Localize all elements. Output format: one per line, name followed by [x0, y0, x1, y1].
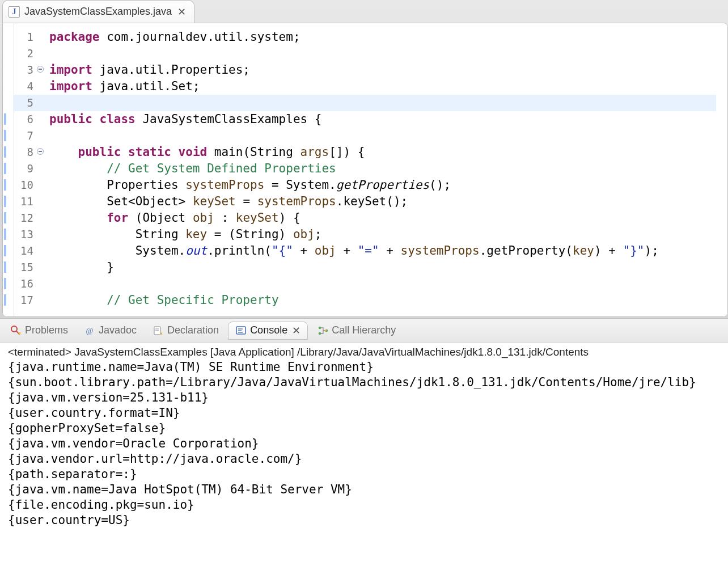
tab-javadoc[interactable]: @ Javadoc: [77, 322, 143, 339]
code-line[interactable]: 6public class JavaSystemClassExamples {: [13, 111, 716, 128]
editor-pane: J JavaSystemClassExamples.java ✕ 1packag…: [0, 0, 728, 319]
code-line[interactable]: 1package com.journaldev.util.system;: [13, 29, 716, 45]
javadoc-icon: @: [84, 325, 95, 336]
views-tab-bar: Problems @ Javadoc Declaration: [0, 319, 728, 343]
code-line[interactable]: 5: [13, 95, 716, 111]
fold-toggle-icon[interactable]: [37, 148, 44, 155]
selection-marker: [4, 245, 6, 256]
line-number: 14: [13, 243, 36, 259]
tab-label: Console: [250, 324, 287, 336]
tab-problems[interactable]: Problems: [3, 322, 75, 339]
code-text[interactable]: // Get System Defined Properties: [36, 160, 336, 177]
line-number: 13: [13, 226, 36, 243]
code-text[interactable]: // Get Specific Property: [36, 292, 279, 309]
declaration-icon: [153, 325, 164, 336]
code-line[interactable]: 4import java.util.Set;: [13, 78, 716, 95]
code-line[interactable]: 2: [13, 45, 716, 62]
svg-point-0: [11, 326, 17, 332]
code-area[interactable]: 1package com.journaldev.util.system;23im…: [13, 29, 716, 316]
code-text[interactable]: }: [36, 259, 114, 276]
line-number: 4: [13, 78, 36, 95]
tab-call-hierarchy[interactable]: Call Hierarchy: [310, 322, 403, 339]
selection-marker: [4, 113, 6, 125]
line-number: 7: [13, 128, 36, 144]
code-text[interactable]: import java.util.Set;: [36, 78, 200, 95]
fold-toggle-icon[interactable]: [37, 66, 44, 73]
code-text[interactable]: [36, 128, 49, 144]
code-text[interactable]: public class JavaSystemClassExamples {: [36, 111, 321, 128]
code-text[interactable]: [36, 276, 49, 292]
code-text[interactable]: [36, 95, 49, 111]
console-status-line: <terminated> JavaSystemClassExamples [Ja…: [0, 343, 728, 360]
code-line[interactable]: 14 System.out.println("{" + obj + "=" + …: [13, 243, 716, 259]
code-line[interactable]: 8 public static void main(String args[])…: [13, 144, 716, 160]
editor-body[interactable]: 1package com.journaldev.util.system;23im…: [2, 23, 728, 317]
editor-gutter-right: [716, 23, 727, 316]
selection-marker: [4, 212, 6, 223]
svg-point-11: [319, 326, 321, 328]
call-hierarchy-icon: [317, 325, 328, 336]
line-number: 11: [13, 193, 36, 210]
code-line[interactable]: 11 Set<Object> keySet = systemProps.keyS…: [13, 193, 716, 210]
line-number: 1: [13, 29, 36, 45]
console-icon: [235, 325, 247, 336]
selection-marker: [4, 130, 6, 141]
tab-label: Problems: [25, 324, 68, 336]
selection-marker: [4, 294, 6, 306]
selection-marker: [4, 229, 6, 240]
line-number: 12: [13, 210, 36, 226]
selection-marker: [4, 196, 6, 207]
tab-declaration[interactable]: Declaration: [146, 322, 226, 339]
close-icon[interactable]: ✕: [177, 6, 186, 18]
code-text[interactable]: import java.util.Properties;: [36, 62, 250, 78]
code-line[interactable]: 3import java.util.Properties;: [13, 62, 716, 78]
close-icon[interactable]: ✕: [292, 324, 300, 337]
line-number: 2: [13, 45, 36, 62]
line-number: 10: [13, 177, 36, 193]
selection-marker: [4, 261, 6, 273]
editor-tab-filename: JavaSystemClassExamples.java: [24, 6, 172, 18]
code-line[interactable]: 17 // Get Specific Property: [13, 292, 716, 309]
code-line[interactable]: 13 String key = (String) obj;: [13, 226, 716, 243]
line-number: 8: [13, 144, 36, 160]
line-number: 5: [13, 95, 36, 111]
selection-marker: [4, 179, 6, 191]
code-text[interactable]: [36, 45, 49, 62]
line-number: 9: [13, 160, 36, 177]
code-text[interactable]: Set<Object> keySet = systemProps.keySet(…: [36, 193, 408, 210]
code-line[interactable]: 10 Properties systemProps = System.getPr…: [13, 177, 716, 193]
tab-label: Call Hierarchy: [332, 324, 396, 336]
java-file-icon: J: [9, 6, 20, 18]
svg-point-12: [319, 332, 321, 334]
code-line[interactable]: 7: [13, 128, 716, 144]
tab-label: Javadoc: [99, 324, 137, 336]
code-text[interactable]: for (Object obj : keySet) {: [36, 210, 300, 226]
code-text[interactable]: System.out.println("{" + obj + "=" + sys…: [36, 243, 659, 259]
code-line[interactable]: 9 // Get System Defined Properties: [13, 160, 716, 177]
line-number: 6: [13, 111, 36, 128]
problems-icon: [10, 325, 22, 336]
line-number: 15: [13, 259, 36, 276]
selection-marker: [4, 146, 6, 158]
code-line[interactable]: 12 for (Object obj : keySet) {: [13, 210, 716, 226]
code-text[interactable]: public static void main(String args[]) {: [36, 144, 365, 160]
code-line[interactable]: 15 }: [13, 259, 716, 276]
console-output[interactable]: {java.runtime.name=Java(TM) SE Runtime E…: [0, 360, 728, 528]
editor-file-tab[interactable]: J JavaSystemClassExamples.java ✕: [2, 0, 194, 23]
code-text[interactable]: String key = (String) obj;: [36, 226, 321, 243]
selection-marker: [4, 163, 6, 174]
line-number: 17: [13, 292, 36, 309]
line-number: 3: [13, 62, 36, 78]
svg-text:@: @: [86, 327, 94, 335]
line-number: 16: [13, 276, 36, 292]
code-text[interactable]: package com.journaldev.util.system;: [36, 29, 300, 45]
selection-marker: [4, 278, 6, 289]
code-text[interactable]: Properties systemProps = System.getPrope…: [36, 177, 451, 193]
tab-label: Declaration: [167, 324, 219, 336]
code-line[interactable]: 16: [13, 276, 716, 292]
tab-console[interactable]: Console ✕: [228, 322, 308, 340]
